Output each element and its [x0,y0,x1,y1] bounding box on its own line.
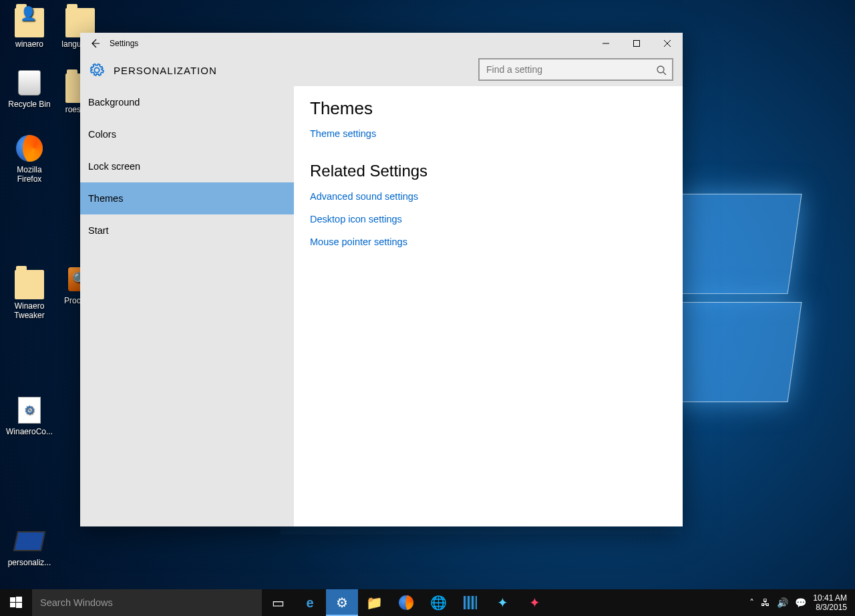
sidebar-item-label: Themes [88,193,123,204]
link-mouse-pointer-settings[interactable]: Mouse pointer settings [310,237,667,247]
taskbar-app-edge[interactable]: e [294,589,326,616]
desktop-icon-label: Mozilla Firefox [17,165,41,184]
taskbar-app-procexp[interactable] [454,589,486,616]
desktop-icon-recycle-bin[interactable]: Recycle Bin [4,68,55,109]
gear-icon: ⚙ [336,595,348,611]
close-icon [664,40,671,47]
link-advanced-sound-settings[interactable]: Advanced sound settings [310,191,667,202]
search-input[interactable] [486,64,652,75]
desktop-icon-label: Recycle Bin [8,100,50,109]
folder-icon [15,8,44,37]
tray-show-hidden-icon[interactable]: ˄ [749,597,754,608]
desktop-icon-personaliz[interactable]: personaliz... [4,526,55,567]
sidebar-item-label: Colors [88,129,116,140]
window-title: Settings [110,39,138,48]
taskbar-app-file-explorer[interactable]: 📁 [358,589,390,616]
minimize-icon [603,40,609,47]
svg-line-5 [663,72,666,75]
desktop-icon-winaeroco[interactable]: ⚙ WinaeroCo... [4,396,55,436]
maximize-button[interactable] [621,33,652,54]
minimize-button[interactable] [590,33,621,54]
content-heading-themes: Themes [310,98,667,119]
desktop-icon-label: Winaero Tweaker [14,301,44,320]
taskbar: Search Windows ▭ e ⚙ 📁 🌐 ✦ ✦ ˄ 🖧 🔊 💬 10:… [0,589,855,616]
svg-rect-7 [16,597,22,602]
search-icon [656,65,667,75]
windows-logo-icon [10,597,22,609]
svg-point-4 [657,66,664,73]
chrome-icon: 🌐 [430,595,447,611]
settings-header: PERSONALIZATION [80,54,683,86]
desktop-icon-label: personaliz... [8,558,51,567]
sidebar-item-label: Lock screen [88,161,140,172]
arrow-left-icon [90,38,100,49]
window-controls [590,33,683,54]
close-button[interactable] [652,33,683,54]
tray-date: 8/3/2015 [813,603,847,612]
svg-rect-6 [10,597,15,602]
maximize-icon [633,40,640,47]
svg-rect-1 [634,41,640,47]
svg-rect-9 [16,603,22,608]
taskbar-app-settings[interactable]: ⚙ [326,589,358,616]
settings-sidebar: Background Colors Lock screen Themes Sta… [80,86,294,526]
desktop-icon-winaero-tweaker[interactable]: Winaero Tweaker [4,265,55,320]
taskbar-apps: ▭ e ⚙ 📁 🌐 ✦ ✦ [262,589,550,616]
settings-search[interactable] [478,58,673,81]
tray-time: 10:41 AM [813,593,847,603]
task-view-icon: ▭ [272,595,285,611]
firefox-icon [399,595,413,610]
edge-icon: e [306,595,313,611]
back-button[interactable] [80,33,110,54]
section-title: PERSONALIZATION [114,65,217,76]
sidebar-item-lock-screen[interactable]: Lock screen [80,150,294,182]
settings-body: Background Colors Lock screen Themes Sta… [80,86,683,526]
svg-rect-8 [10,603,15,607]
tray-clock[interactable]: 10:41 AM 8/3/2015 [813,593,852,613]
settings-window: Settings PERSONALIZATION Background Colo… [80,33,683,526]
link-desktop-icon-settings[interactable]: Desktop icon settings [310,214,667,224]
desktop-icon-label: winaero [15,39,43,49]
tray-action-center-icon[interactable]: 💬 [795,597,806,608]
taskbar-search[interactable]: Search Windows [32,589,262,616]
sidebar-item-start[interactable]: Start [80,214,294,247]
firefox-icon [16,135,43,162]
monitor-icon [13,531,45,551]
sidebar-item-colors[interactable]: Colors [80,118,294,150]
config-file-icon: ⚙ [18,397,41,424]
content-heading-related: Related Settings [310,162,667,180]
taskbar-app-firefox[interactable] [390,589,422,616]
sidebar-item-label: Background [88,97,140,108]
procmon-icon: ✦ [497,595,508,611]
recycle-bin-icon [18,70,41,96]
task-view-button[interactable]: ▭ [262,589,294,616]
start-button[interactable] [0,589,32,616]
folder-icon: 📁 [366,595,383,611]
desktop-icon-winaero[interactable]: winaero [4,3,55,49]
titlebar[interactable]: Settings [80,33,683,54]
app-icon: ✦ [529,595,540,611]
tray-volume-icon[interactable]: 🔊 [777,597,788,608]
link-theme-settings[interactable]: Theme settings [310,128,667,139]
sidebar-item-themes[interactable]: Themes [80,182,294,214]
taskbar-search-placeholder: Search Windows [40,597,113,608]
sidebar-item-label: Start [88,225,109,236]
settings-content: Themes Theme settings Related Settings A… [294,86,683,526]
sidebar-item-background[interactable]: Background [80,86,294,118]
desktop-icon-firefox[interactable]: Mozilla Firefox [4,134,55,184]
desktop-icon-label: WinaeroCo... [6,427,53,436]
folder-icon [15,270,44,299]
procexp-icon [464,596,477,609]
gear-icon [90,63,104,78]
system-tray: ˄ 🖧 🔊 💬 10:41 AM 8/3/2015 [749,589,855,616]
tray-network-icon[interactable]: 🖧 [761,597,770,608]
taskbar-app-other[interactable]: ✦ [518,589,550,616]
taskbar-app-procmon[interactable]: ✦ [486,589,518,616]
taskbar-app-chrome[interactable]: 🌐 [422,589,454,616]
